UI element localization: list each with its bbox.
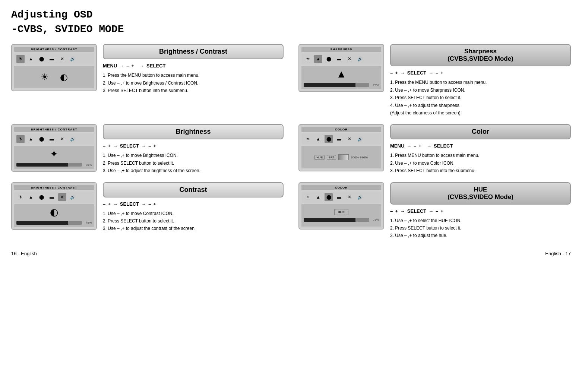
hue-label-box: HUE xyxy=(334,209,348,215)
osd-icons-row: ☀ ▲ ⬤ ▬ ✕ 🔊 xyxy=(14,53,94,64)
section-title-color: Color xyxy=(390,124,571,139)
osd-icon-wrench: ✕ xyxy=(58,193,66,201)
progress-bar xyxy=(304,83,369,87)
osd-icon-speaker: 🔊 xyxy=(356,135,364,143)
osd-icon-sun: ☀ xyxy=(304,55,312,63)
info-color: Color MENU → – + → SELECT 1. Press MENU … xyxy=(390,124,571,174)
osd-header: BRIGHTNESS / CONTRAST xyxy=(14,47,94,52)
progress-fill-brightness xyxy=(16,163,68,167)
brightness-icon: ✦ xyxy=(50,148,58,160)
osd-icon-menu: ▲ xyxy=(314,193,322,201)
osd-icon-menu: ▲ xyxy=(27,55,35,63)
osd-icon-sun: ☀ xyxy=(304,193,312,201)
osd-icon-wrench: ✕ xyxy=(345,55,354,63)
progress-fill-hue xyxy=(304,218,355,222)
instructions-hue: 1. Use – ,+ to select the HUE ICON. 2. P… xyxy=(390,217,571,240)
osd-screen-color: COLOR ☀ ▲ ⬤ ▬ ✕ 🔊 HUE SAT 6500k 9300k xyxy=(298,124,384,171)
osd-body-sharpness: ▲ 79% xyxy=(301,66,381,89)
osd-icon-menu: ▲ xyxy=(314,55,322,63)
info-hue: HUE(CVBS,SVIDEO Mode) – + → SELECT → – +… xyxy=(390,182,571,240)
section-title-contrast: Contrast xyxy=(103,182,284,197)
osd-icons-row-sharpness: ☀ ▲ ⬤ ▬ ✕ 🔊 xyxy=(301,53,381,64)
osd-icon-rect: ▬ xyxy=(48,55,56,63)
osd-icon-rect: ▬ xyxy=(335,135,343,143)
osd-screen-sharpness: SHARPNESS ☀ ▲ ⬤ ▬ ✕ 🔊 ▲ 79% xyxy=(298,44,384,92)
sharpness-icon: ▲ xyxy=(336,68,347,80)
osd-icons-large: ☀ ◐ xyxy=(41,72,68,82)
osd-header-sharpness: SHARPNESS xyxy=(301,47,381,52)
osd-icon-sun: ☀ xyxy=(304,135,312,143)
progress-row-brightness: 79% xyxy=(16,163,92,167)
osd-body: ☀ ◐ xyxy=(14,66,94,88)
section-title-sharpness: Sharpness(CVBS,SVIDEO Mode) xyxy=(390,44,571,66)
section-color: COLOR ☀ ▲ ⬤ ▬ ✕ 🔊 HUE SAT 6500k 9300k Co… xyxy=(298,124,571,174)
instructions: 1. Press the MENU button to access main … xyxy=(103,72,284,94)
osd-header-contrast: BRIGHTNESS / CONTRAST xyxy=(14,185,94,190)
osd-icon-speaker: 🔊 xyxy=(69,55,77,63)
osd-icon-menu: ▲ xyxy=(27,135,35,143)
progress-row-hue: 79% xyxy=(304,218,379,222)
osd-icon-speaker: 🔊 xyxy=(356,193,364,201)
info-brightness: Brightness – + → SELECT → – + 1. Use – ,… xyxy=(103,124,284,174)
sat-label: SAT xyxy=(327,155,336,160)
osd-screen-hue: COLOR ☀ ▲ ⬤ ▬ ✕ 🔊 HUE 79% xyxy=(298,182,384,230)
osd-icons-row-hue: ☀ ▲ ⬤ ▬ ✕ 🔊 xyxy=(301,192,381,203)
osd-screen-contrast: BRIGHTNESS / CONTRAST ☀ ▲ ⬤ ▬ ✕ 🔊 ◐ 79% xyxy=(11,182,97,230)
progress-percent-contrast: 79% xyxy=(83,221,92,224)
osd-icon-circle: ⬤ xyxy=(37,55,45,63)
progress-percent-hue: 79% xyxy=(371,218,379,221)
controls-row: MENU → – + → SELECT xyxy=(103,63,284,69)
osd-icon-speaker: 🔊 xyxy=(69,193,77,201)
osd-icon-sun: ☀ xyxy=(16,193,25,201)
section-brightness-contrast: BRIGHTNESS / CONTRAST ☀ ▲ ⬤ ▬ ✕ 🔊 ☀ ◐ Br… xyxy=(11,44,284,117)
controls-row-brightness: – + → SELECT → – + xyxy=(103,143,284,149)
progress-bar-brightness xyxy=(16,163,82,167)
contrast-icon-large: ◐ xyxy=(60,72,68,82)
osd-icon-circle: ⬤ xyxy=(37,135,45,143)
section-sharpness: SHARPNESS ☀ ▲ ⬤ ▬ ✕ 🔊 ▲ 79% Sha xyxy=(298,44,571,117)
osd-icon-menu: ▲ xyxy=(314,135,322,143)
hue-label: HUE xyxy=(314,155,325,160)
section-title-brightness: Brightness xyxy=(103,124,284,139)
progress-row-contrast: 79% xyxy=(16,221,92,225)
contrast-icon-main: ◐ xyxy=(50,206,58,218)
osd-header-brightness: BRIGHTNESS / CONTRAST xyxy=(14,127,94,132)
progress-fill-contrast xyxy=(16,221,68,225)
progress-bar-hue xyxy=(304,218,369,222)
osd-icons-row-brightness: ☀ ▲ ⬤ ▬ ✕ 🔊 xyxy=(14,133,94,145)
color-temps: 6500k 9300k xyxy=(351,156,368,159)
osd-icon-wrench: ✕ xyxy=(58,135,66,143)
hue-sat-row: HUE SAT 6500k 9300k xyxy=(314,154,368,160)
osd-body-hue: HUE 79% xyxy=(301,204,381,227)
osd-icon-wrench: ✕ xyxy=(58,55,66,63)
section-title-hue: HUE(CVBS,SVIDEO Mode) xyxy=(390,182,571,205)
osd-icon-circle: ⬤ xyxy=(325,135,333,143)
section-hue: COLOR ☀ ▲ ⬤ ▬ ✕ 🔊 HUE 79% HUE(C xyxy=(298,182,571,240)
progress-fill xyxy=(304,83,355,87)
controls-row-hue: – + → SELECT → – + xyxy=(390,208,571,214)
osd-screen-brightness-contrast: BRIGHTNESS / CONTRAST ☀ ▲ ⬤ ▬ ✕ 🔊 ☀ ◐ xyxy=(11,44,97,91)
footer-left: 16 - English xyxy=(11,251,37,256)
footer: 16 - English English - 17 xyxy=(11,251,571,256)
instructions-contrast: 1. Use – ,+ to move Contrast ICON. 2. Pr… xyxy=(103,210,284,233)
progress-percent-brightness: 79% xyxy=(83,163,92,167)
osd-icon-menu: ▲ xyxy=(27,193,35,201)
osd-icon-circle: ⬤ xyxy=(325,55,333,63)
instructions-brightness: 1. Use – ,+ to move Brightness ICON. 2. … xyxy=(103,152,284,174)
osd-header-hue: COLOR xyxy=(301,185,381,190)
progress-bar-contrast xyxy=(16,221,82,225)
osd-icon-speaker: 🔊 xyxy=(356,55,364,63)
instructions-color: 1. Press MENU button to access main menu… xyxy=(390,152,571,174)
osd-icon-rect: ▬ xyxy=(335,193,343,201)
main-content: BRIGHTNESS / CONTRAST ☀ ▲ ⬤ ▬ ✕ 🔊 ☀ ◐ Br… xyxy=(11,44,571,239)
footer-right: English - 17 xyxy=(545,251,571,256)
osd-screen-brightness: BRIGHTNESS / CONTRAST ☀ ▲ ⬤ ▬ ✕ 🔊 ✦ 79% xyxy=(11,124,97,172)
section-contrast: BRIGHTNESS / CONTRAST ☀ ▲ ⬤ ▬ ✕ 🔊 ◐ 79% xyxy=(11,182,284,240)
osd-header-color: COLOR xyxy=(301,127,381,132)
osd-icon-circle: ⬤ xyxy=(325,193,333,201)
controls-row-sharpness: – + → SELECT → – + xyxy=(390,70,571,76)
info-sharpness: Sharpness(CVBS,SVIDEO Mode) – + → SELECT… xyxy=(390,44,571,117)
osd-body-contrast: ◐ 79% xyxy=(14,204,94,227)
osd-icon-wrench: ✕ xyxy=(345,193,354,201)
controls-row-contrast: – + → SELECT → – + xyxy=(103,201,284,207)
